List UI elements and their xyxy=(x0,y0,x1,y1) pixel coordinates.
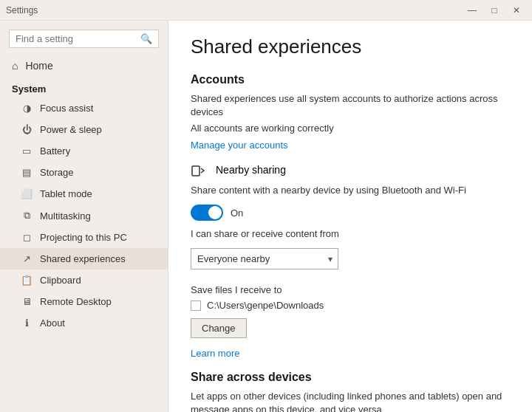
close-button[interactable]: ✕ xyxy=(507,3,526,18)
manage-accounts-link[interactable]: Manage your accounts xyxy=(191,140,288,151)
content-area: Shared experiences Accounts Shared exper… xyxy=(168,21,532,412)
nearby-toggle-row: On xyxy=(191,205,510,221)
share-across-section: Share across devices Let apps on other d… xyxy=(191,371,510,412)
share-across-title: Share across devices xyxy=(191,371,510,384)
svg-rect-0 xyxy=(192,166,200,176)
save-path-checkbox[interactable] xyxy=(191,301,201,311)
main-container: 🔍 ⌂ Home System ◑ Focus assist ⏻ Power &… xyxy=(0,21,532,412)
accounts-description: Shared experiences use all system accoun… xyxy=(191,92,510,119)
sidebar-item-label: Power & sleep xyxy=(40,124,102,135)
learn-more-link[interactable]: Learn more xyxy=(191,348,239,359)
sidebar-item-focus-assist[interactable]: ◑ Focus assist xyxy=(0,97,168,119)
sidebar-item-label: About xyxy=(40,317,65,329)
sidebar-home-label: Home xyxy=(25,60,52,72)
sidebar-item-label: Shared experiences xyxy=(40,253,126,264)
maximize-button[interactable]: □ xyxy=(485,3,504,18)
share-from-dropdown[interactable]: Everyone nearby My devices only xyxy=(191,248,338,269)
projecting-icon: ◻ xyxy=(21,232,33,243)
focus-assist-icon: ◑ xyxy=(21,103,33,114)
about-icon: ℹ xyxy=(21,317,33,329)
share-from-label: I can share or receive content from xyxy=(191,228,510,239)
sidebar-nav: 🔍 ⌂ Home System ◑ Focus assist ⏻ Power &… xyxy=(0,21,168,337)
accounts-status: All accounts are working correctly xyxy=(191,122,510,135)
sidebar-item-multitasking[interactable]: ⧉ Multitasking xyxy=(0,205,168,227)
power-sleep-icon: ⏻ xyxy=(21,124,33,135)
sidebar-item-battery[interactable]: ▭ Battery xyxy=(0,140,168,162)
clipboard-icon: 📋 xyxy=(21,275,33,286)
titlebar-title: Settings xyxy=(6,5,38,16)
minimize-button[interactable]: — xyxy=(463,3,482,18)
sidebar-item-label: Tablet mode xyxy=(40,188,92,199)
search-icon: 🔍 xyxy=(140,33,152,44)
nearby-sharing-toggle[interactable] xyxy=(191,205,223,221)
sidebar-item-power-sleep[interactable]: ⏻ Power & sleep xyxy=(0,119,168,140)
accounts-section: Accounts Shared experiences use all syst… xyxy=(191,73,510,151)
sidebar-item-storage[interactable]: ▤ Storage xyxy=(0,162,168,183)
sidebar-item-label: Remote Desktop xyxy=(40,296,112,307)
sidebar-item-label: Clipboard xyxy=(40,275,81,286)
save-path-row: C:\Users\genpe\Downloads xyxy=(191,300,510,311)
sidebar-item-about[interactable]: ℹ About xyxy=(0,312,168,334)
save-path-text: C:\Users\genpe\Downloads xyxy=(207,300,324,311)
shared-experiences-icon: ↗ xyxy=(21,253,33,264)
share-across-description: Let apps on other devices (including lin… xyxy=(191,390,510,412)
search-box[interactable]: 🔍 xyxy=(9,30,159,48)
sidebar-item-shared-experiences[interactable]: ↗ Shared experiences xyxy=(0,248,168,269)
sidebar-item-remote-desktop[interactable]: 🖥 Remote Desktop xyxy=(0,291,168,312)
sidebar-item-projecting[interactable]: ◻ Projecting to this PC xyxy=(0,227,168,248)
tablet-icon: ⬜ xyxy=(21,188,33,199)
sidebar-item-label: Multitasking xyxy=(40,210,91,222)
sidebar-item-label: Battery xyxy=(40,145,70,157)
save-files-label: Save files I receive to xyxy=(191,284,510,295)
share-from-dropdown-wrapper: Everyone nearby My devices only ▾ xyxy=(191,248,338,269)
change-button[interactable]: Change xyxy=(191,318,247,338)
nearby-sharing-section: Nearby sharing Share content with a near… xyxy=(191,162,510,359)
sidebar-item-label: Projecting to this PC xyxy=(40,232,127,243)
sidebar-item-tablet-mode[interactable]: ⬜ Tablet mode xyxy=(0,183,168,205)
nearby-title-label: Nearby sharing xyxy=(216,164,286,176)
titlebar: Settings — □ ✕ xyxy=(0,0,532,21)
sidebar-item-label: Storage xyxy=(40,167,74,178)
storage-icon: ▤ xyxy=(21,167,33,178)
toggle-knob xyxy=(208,206,222,219)
nearby-title-row: Nearby sharing xyxy=(191,162,510,178)
nearby-description: Share content with a nearby device by us… xyxy=(191,184,510,197)
sidebar-item-home[interactable]: ⌂ Home xyxy=(0,54,168,78)
search-input[interactable] xyxy=(16,33,140,44)
home-icon: ⌂ xyxy=(12,60,18,72)
remote-desktop-icon: 🖥 xyxy=(21,296,33,307)
battery-icon: ▭ xyxy=(21,145,33,157)
sidebar-item-label: Focus assist xyxy=(40,103,93,114)
accounts-title: Accounts xyxy=(191,73,510,86)
page-title: Shared experiences xyxy=(191,35,510,58)
nearby-sharing-icon xyxy=(191,162,210,178)
sidebar-section-header: System xyxy=(0,78,168,97)
sidebar: 🔍 ⌂ Home System ◑ Focus assist ⏻ Power &… xyxy=(0,21,168,412)
titlebar-controls: — □ ✕ xyxy=(463,3,526,18)
sidebar-item-clipboard[interactable]: 📋 Clipboard xyxy=(0,269,168,291)
multitasking-icon: ⧉ xyxy=(21,210,33,222)
nearby-toggle-label: On xyxy=(231,207,243,219)
